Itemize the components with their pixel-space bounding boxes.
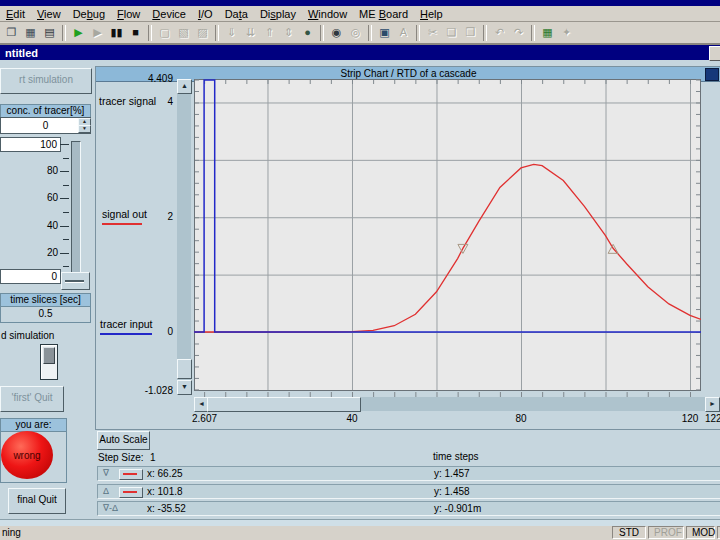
marker-glyph: Δ	[103, 485, 109, 498]
menu-item-edit[interactable]: Edit	[0, 8, 31, 20]
window-titlebar: ntitled	[0, 45, 720, 60]
scroll-right-icon[interactable]: ►	[705, 397, 720, 412]
marker-row: ∇x: 66.25y: 1.457	[97, 466, 720, 481]
menu-item-help[interactable]: Help	[414, 8, 449, 20]
add-terminal-icon[interactable]: ▧	[174, 24, 193, 41]
plot-background	[195, 80, 701, 391]
slider-tick	[63, 239, 69, 240]
slider-tick-label: 20	[32, 247, 58, 258]
slider-tick-label: 60	[32, 192, 58, 203]
x-scale-scrollbar: ◄ ►	[194, 397, 720, 411]
y-tick-label: 0	[97, 326, 173, 337]
menu-item-display[interactable]: Display	[254, 8, 302, 20]
stop-icon[interactable]: ■	[126, 24, 145, 41]
toggle-knob[interactable]	[43, 347, 55, 364]
save-icon[interactable]: ▦	[21, 24, 40, 41]
slider-value-field[interactable]: 0	[0, 269, 61, 284]
slider-tick	[63, 266, 69, 267]
step-out-icon[interactable]: ⇑	[260, 24, 279, 41]
marker-glyph: ∇	[103, 467, 109, 480]
web-icon[interactable]: ●	[298, 24, 317, 41]
marker-color-swatch	[119, 469, 143, 480]
menu-item-device[interactable]: Device	[146, 8, 192, 20]
print-icon[interactable]: ▤	[40, 24, 59, 41]
image-icon[interactable]: ▦	[538, 24, 557, 41]
menu-item-meboard[interactable]: ME Board	[353, 8, 414, 20]
marker-y-value: y: 1.457	[434, 467, 470, 480]
properties-icon[interactable]: ▣	[375, 24, 394, 41]
x-tick-label: 2.607	[192, 413, 217, 424]
step-over-icon[interactable]: ⇊	[241, 24, 260, 41]
toolbar-separator	[148, 25, 152, 41]
find-icon[interactable]: ◉	[327, 24, 346, 41]
marker-x-value: x: -35.52	[147, 502, 186, 515]
toolbar-separator	[320, 25, 324, 41]
y-tick-label: 4	[97, 96, 173, 107]
x-tick-label: 40	[340, 413, 364, 424]
marker-glyph: ∇-Δ	[103, 502, 118, 515]
menu-item-view[interactable]: View	[31, 8, 67, 20]
pause-icon[interactable]: ▮▮	[107, 24, 126, 41]
undo-icon[interactable]: ↶	[490, 24, 509, 41]
find-next-icon[interactable]: ◎	[346, 24, 365, 41]
first-quit-button[interactable]: 'first' Quit	[0, 386, 64, 412]
status-message: ning	[2, 527, 21, 538]
toolbar-separator	[483, 25, 487, 41]
x-tick-label: 120	[678, 413, 702, 424]
toolbar-separator	[368, 25, 372, 41]
menu-item-io[interactable]: I/O	[192, 8, 219, 20]
pointer-help-icon[interactable]: ✦	[557, 24, 576, 41]
font-icon[interactable]: A	[394, 24, 413, 41]
resume-icon[interactable]: ⇕	[279, 24, 298, 41]
final-quit-button[interactable]: final Quit	[8, 488, 66, 514]
slider-max-field[interactable]: 100	[0, 137, 61, 152]
status-lamp: wrong	[1, 431, 53, 479]
chart-panel-icon[interactable]	[705, 68, 719, 81]
menu-item-flow[interactable]: Flow	[111, 8, 146, 20]
plot-area[interactable]	[194, 79, 701, 399]
slider-thumb[interactable]	[61, 272, 90, 290]
menu-bar: EditViewDebugFlowDeviceI/ODataDisplayWin…	[0, 6, 720, 22]
add-object-icon[interactable]: ▢	[155, 24, 174, 41]
end-simulation-toggle[interactable]	[40, 344, 58, 380]
delete-object-icon[interactable]: ▨	[193, 24, 212, 41]
toolbar: ❐▦▤▶▶▮▮■▢▧▨⇓⇊⇑⇕●◉◎▣A✂❏❒↶↷▦✦	[0, 22, 720, 45]
y-scroll-thumb[interactable]	[177, 359, 192, 379]
time-slices-value[interactable]: 0.5	[0, 306, 91, 323]
y-scale-scrollbar: ▲ ▼	[177, 79, 191, 393]
cut-icon[interactable]: ✂	[423, 24, 442, 41]
marker-x-value: x: 66.25	[147, 467, 183, 480]
slider-tick	[63, 158, 69, 159]
step-icon[interactable]: ▶	[88, 24, 107, 41]
marker-row: Δx: 101.8y: 1.458	[97, 484, 720, 499]
open-icon[interactable]: ❐	[2, 24, 21, 41]
spin-down-icon[interactable]: ▼	[78, 125, 91, 133]
x-tick-label: 80	[509, 413, 533, 424]
slider-tick	[60, 198, 69, 199]
redo-icon[interactable]: ↷	[509, 24, 528, 41]
step-into-icon[interactable]: ⇓	[222, 24, 241, 41]
slider-track[interactable]	[71, 141, 81, 289]
run-icon[interactable]: ▶	[69, 24, 88, 41]
x-scroll-thumb[interactable]	[207, 397, 361, 412]
scroll-up-icon[interactable]: ▲	[177, 79, 192, 94]
status-cell-mod: MOD	[686, 526, 715, 539]
x-tick-label: 122.6	[705, 413, 720, 424]
start-simulation-button[interactable]: rt simulation	[0, 68, 92, 94]
paste-icon[interactable]: ❒	[461, 24, 480, 41]
slider-tick-label: 40	[32, 220, 58, 231]
marker-y-value: y: -0.901m	[434, 502, 481, 515]
menu-item-debug[interactable]: Debug	[67, 8, 111, 20]
window-control-button[interactable]	[709, 46, 720, 61]
slider-tick-label: 80	[32, 165, 58, 176]
copy-icon[interactable]: ❏	[442, 24, 461, 41]
menu-item-data[interactable]: Data	[219, 8, 254, 20]
status-cell-std: STD	[612, 526, 646, 539]
tracer-concentration-stepper: ▲ ▼	[78, 118, 89, 131]
auto-scale-button[interactable]: Auto Scale	[97, 431, 150, 450]
menu-item-window[interactable]: Window	[302, 8, 353, 20]
slider-tick	[63, 185, 69, 186]
scroll-down-icon[interactable]: ▼	[177, 380, 192, 395]
signal-out-swatch	[102, 223, 142, 225]
strip-chart-panel: Strip Chart / RTD of a cascade tracer si…	[95, 66, 720, 430]
